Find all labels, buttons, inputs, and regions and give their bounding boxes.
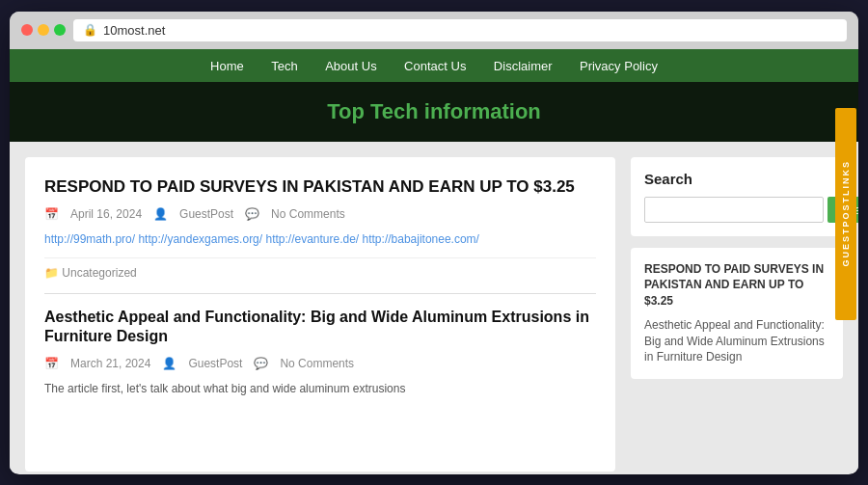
nav-about[interactable]: About Us	[325, 59, 376, 73]
article-2-title[interactable]: Aesthetic Appeal and Functionality: Big …	[44, 308, 596, 348]
article-2-comments: No Comments	[280, 357, 354, 370]
article-1-author: GuestPost	[179, 207, 233, 221]
calendar-icon: 📅	[44, 207, 59, 221]
user-icon-2: 👤	[162, 357, 176, 370]
lock-icon: 🔒	[83, 23, 97, 37]
maximize-button[interactable]	[54, 24, 66, 36]
folder-icon: 📁	[44, 266, 59, 280]
calendar-icon-2: 📅	[44, 357, 59, 370]
minimize-button[interactable]	[38, 24, 49, 36]
website-content: Home Tech About Us Contact Us Disclaimer…	[10, 49, 858, 473]
article-1-links: http://99math.pro/ http://yandexgames.or…	[44, 230, 596, 248]
sidebar: Search Search RESPOND TO PAID SURVEYS IN…	[631, 157, 843, 472]
browser-chrome: 🔒 10most.net	[10, 12, 858, 49]
content-area: RESPOND TO PAID SURVEYS IN PAKISTAN AND …	[25, 157, 615, 472]
article-2-author: GuestPost	[188, 357, 242, 370]
search-widget-title: Search	[644, 171, 829, 187]
side-banner: GUESTPOSTLINKS	[835, 108, 856, 320]
comment-icon: 💬	[245, 207, 259, 221]
hero-title: Top Tech information	[27, 99, 841, 124]
user-icon: 👤	[153, 207, 168, 221]
nav-privacy[interactable]: Privacy Policy	[580, 59, 658, 73]
nav-contact[interactable]: Contact Us	[404, 59, 466, 73]
nav-disclaimer[interactable]: Disclaimer	[494, 59, 553, 73]
site-navigation: Home Tech About Us Contact Us Disclaimer…	[10, 49, 858, 82]
close-button[interactable]	[21, 24, 33, 36]
traffic-lights	[21, 24, 66, 36]
nav-tech[interactable]: Tech	[271, 59, 297, 73]
article-2-excerpt: The article first, let's talk about what…	[44, 380, 596, 397]
main-layout: RESPOND TO PAID SURVEYS IN PAKISTAN AND …	[10, 142, 858, 473]
recent-post-1[interactable]: RESPOND TO PAID SURVEYS IN PAKISTAN AND …	[644, 261, 829, 310]
address-bar[interactable]: 🔒 10most.net	[73, 19, 847, 41]
browser-window: 🔒 10most.net Home Tech About Us Contact …	[10, 12, 858, 474]
article-1: RESPOND TO PAID SURVEYS IN PAKISTAN AND …	[44, 176, 596, 280]
article-1-title[interactable]: RESPOND TO PAID SURVEYS IN PAKISTAN AND …	[44, 176, 596, 198]
search-widget: Search Search	[631, 157, 843, 236]
article-divider	[44, 293, 596, 294]
article-1-meta: 📅 April 16, 2024 👤 GuestPost 💬 No Commen…	[44, 207, 596, 221]
side-banner-text: GUESTPOSTLINKS	[841, 160, 851, 267]
search-row: Search	[644, 197, 829, 223]
url-text: 10most.net	[103, 23, 165, 38]
recent-posts-widget: RESPOND TO PAID SURVEYS IN PAKISTAN AND …	[631, 248, 843, 380]
comment-icon-2: 💬	[254, 357, 268, 370]
recent-post-2[interactable]: Aesthetic Appeal and Functionality: Big …	[644, 317, 829, 365]
nav-home[interactable]: Home	[210, 59, 244, 73]
hero-banner: Top Tech information	[10, 82, 858, 142]
article-1-category: 📁 Uncategorized	[44, 257, 596, 280]
search-input[interactable]	[644, 197, 824, 223]
article-2-meta: 📅 March 21, 2024 👤 GuestPost 💬 No Commen…	[44, 357, 596, 370]
article-1-date: April 16, 2024	[70, 207, 142, 221]
article-1-category-label: Uncategorized	[62, 266, 136, 280]
article-1-comments: No Comments	[271, 207, 345, 221]
article-2: Aesthetic Appeal and Functionality: Big …	[44, 308, 596, 398]
article-2-date: March 21, 2024	[70, 357, 150, 370]
